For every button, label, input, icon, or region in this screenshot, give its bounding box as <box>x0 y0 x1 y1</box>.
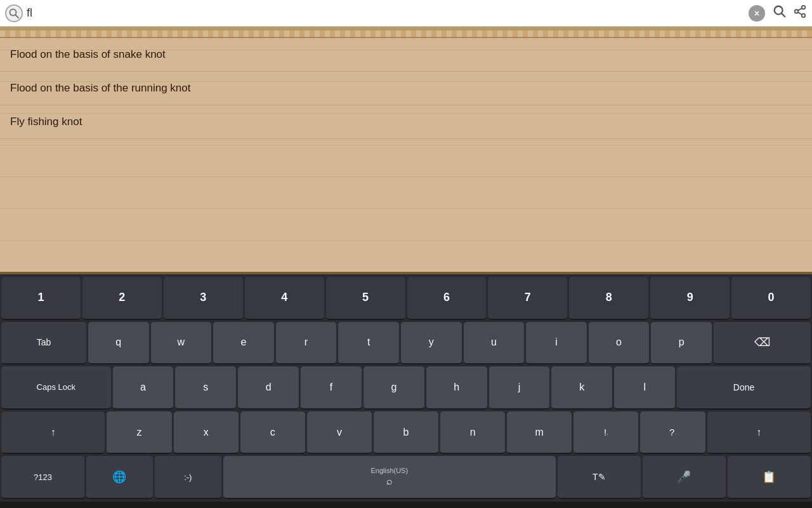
svg-point-6 <box>802 14 806 17</box>
nav-back[interactable]: ∨ <box>25 505 56 508</box>
key-w[interactable]: w <box>151 322 212 365</box>
stitching-decoration <box>0 30 812 38</box>
key-clipboard[interactable]: 📋 <box>728 456 811 499</box>
key-7[interactable]: 7 <box>488 277 567 320</box>
nav-home[interactable]: ⌂ <box>56 505 84 508</box>
svg-point-5 <box>795 10 799 13</box>
key-3[interactable]: 3 <box>164 277 243 320</box>
key-o[interactable]: o <box>589 322 650 365</box>
key-j[interactable]: j <box>489 366 550 410</box>
key-shift-left[interactable]: ↑ <box>1 411 105 455</box>
key-text-format[interactable]: T✎ <box>558 456 641 499</box>
key-m[interactable]: m <box>507 411 572 455</box>
backspace-icon: ⌫ <box>754 335 770 349</box>
keyboard-row-bottom: ?123 🌐 :-) English(US) ⌕ T✎ 🎤 📋 <box>1 456 811 499</box>
svg-line-3 <box>782 13 785 17</box>
search-icon <box>5 4 23 22</box>
nav-recents[interactable]: ▭ <box>84 505 118 508</box>
key-microphone[interactable]: 🎤 <box>643 456 726 499</box>
key-done[interactable]: Done <box>677 366 811 410</box>
nav-up[interactable]: ∧ <box>165 505 195 508</box>
key-0[interactable]: 0 <box>731 277 811 320</box>
key-a[interactable]: a <box>113 366 174 410</box>
key-d[interactable]: d <box>238 366 299 410</box>
svg-line-8 <box>798 12 802 15</box>
key-g[interactable]: g <box>363 366 424 410</box>
key-t[interactable]: t <box>338 322 399 365</box>
key-emoji[interactable]: :-) <box>155 456 221 499</box>
key-backspace[interactable]: ⌫ <box>714 322 811 365</box>
key-b[interactable]: b <box>374 411 438 455</box>
clear-button[interactable]: × <box>749 5 765 22</box>
space-underline: ⌕ <box>386 476 393 487</box>
share-icon[interactable] <box>793 4 807 22</box>
key-x[interactable]: x <box>174 411 239 455</box>
toolbar-right <box>773 4 807 22</box>
key-shift-right[interactable]: ↑ <box>707 411 811 455</box>
key-capslock[interactable]: Caps Lock <box>1 366 111 410</box>
space-lang-label: English(US) <box>370 467 408 474</box>
key-e[interactable]: e <box>213 322 274 365</box>
key-r[interactable]: r <box>276 322 337 365</box>
svg-line-7 <box>798 8 802 11</box>
key-9[interactable]: 9 <box>650 277 730 320</box>
keyboard-row-asdf: Caps Lock a s d f g h j k l Done <box>1 366 811 410</box>
key-k[interactable]: k <box>551 366 612 410</box>
key-q[interactable]: q <box>88 322 149 365</box>
key-y[interactable]: y <box>401 322 462 365</box>
key-1[interactable]: 1 <box>1 277 81 320</box>
key-4[interactable]: 4 <box>245 277 324 320</box>
key-s[interactable]: s <box>175 366 236 410</box>
key-c[interactable]: c <box>240 411 305 455</box>
key-h[interactable]: h <box>426 366 487 410</box>
svg-line-1 <box>16 15 19 18</box>
key-2[interactable]: 2 <box>82 277 162 320</box>
key-v[interactable]: v <box>307 411 372 455</box>
key-n[interactable]: n <box>440 411 505 455</box>
key-f[interactable]: f <box>301 366 362 410</box>
key-tab[interactable]: Tab <box>1 322 86 365</box>
search-input[interactable] <box>27 6 745 20</box>
keyboard: 1 2 3 4 5 6 7 8 9 0 Tab q w e r t y u i … <box>0 274 812 502</box>
key-question[interactable]: ?. <box>640 411 705 455</box>
key-u[interactable]: u <box>464 322 525 365</box>
key-5[interactable]: 5 <box>326 277 405 320</box>
nav-menu[interactable]: ≡ <box>136 505 165 508</box>
svg-point-4 <box>802 6 806 10</box>
result-item-0[interactable]: Flood on the basis of snake knot <box>0 38 812 72</box>
key-p[interactable]: p <box>651 322 712 365</box>
key-globe[interactable]: 🌐 <box>86 456 153 499</box>
content-area: Flood on the basis of snake knot Flood o… <box>0 27 812 274</box>
key-space[interactable]: English(US) ⌕ <box>223 456 556 499</box>
key-6[interactable]: 6 <box>407 277 487 320</box>
key-8[interactable]: 8 <box>569 277 648 320</box>
keyboard-row-zxcv: ↑ z x c v b n m !, ?. ↑ <box>1 411 811 455</box>
keyboard-row-numbers: 1 2 3 4 5 6 7 8 9 0 <box>1 277 811 320</box>
result-item-2[interactable]: Fly fishing knot <box>0 105 812 139</box>
search-action-icon[interactable] <box>773 4 787 22</box>
search-bar: × <box>0 0 812 27</box>
result-item-1[interactable]: Flood on the basis of the running knot <box>0 72 812 105</box>
keyboard-row-qwerty: Tab q w e r t y u i o p ⌫ <box>1 322 811 365</box>
key-i[interactable]: i <box>526 322 587 365</box>
key-l[interactable]: l <box>614 366 675 410</box>
results-list: Flood on the basis of snake knot Flood o… <box>0 38 812 139</box>
key-num123[interactable]: ?123 <box>1 456 84 499</box>
key-z[interactable]: z <box>107 411 171 455</box>
nav-bar: ∨ ⌂ ▭ ⊞ ≡ ∧ ⊞ 🖼 22:27 <box>0 502 812 508</box>
key-exclaim[interactable]: !, <box>573 411 638 455</box>
